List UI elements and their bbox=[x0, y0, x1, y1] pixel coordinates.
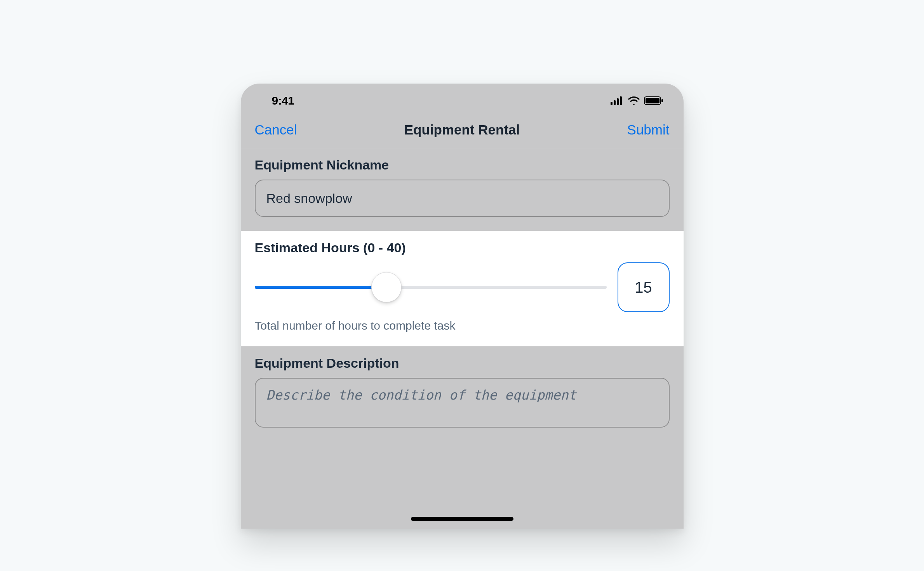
svg-rect-2 bbox=[617, 98, 619, 105]
description-label: Equipment Description bbox=[255, 356, 670, 371]
description-textarea[interactable] bbox=[255, 378, 670, 428]
svg-rect-5 bbox=[646, 98, 660, 103]
nickname-label: Equipment Nickname bbox=[255, 157, 670, 173]
device-frame: 9:41 Cancel Equipment Rental Submit bbox=[241, 84, 684, 529]
hours-slider-row: 15 bbox=[255, 262, 670, 312]
hours-slider[interactable] bbox=[255, 277, 607, 297]
page-title: Equipment Rental bbox=[404, 122, 520, 138]
hours-section: Estimated Hours (0 - 40) 15 Total number… bbox=[241, 231, 684, 346]
slider-fill bbox=[255, 286, 387, 289]
svg-rect-6 bbox=[661, 99, 663, 102]
description-section: Equipment Description bbox=[241, 346, 684, 468]
svg-rect-3 bbox=[620, 96, 622, 105]
nav-bar: Cancel Equipment Rental Submit bbox=[241, 112, 684, 148]
cancel-button[interactable]: Cancel bbox=[255, 122, 297, 138]
nickname-section: Equipment Nickname bbox=[241, 148, 684, 231]
svg-rect-0 bbox=[611, 102, 613, 105]
status-bar: 9:41 bbox=[241, 84, 684, 112]
submit-button[interactable]: Submit bbox=[627, 122, 670, 138]
hours-value-box[interactable]: 15 bbox=[618, 262, 670, 312]
slider-track bbox=[255, 286, 607, 289]
status-time: 9:41 bbox=[272, 94, 294, 107]
nickname-input[interactable] bbox=[255, 180, 670, 217]
wifi-icon bbox=[628, 96, 640, 105]
cellular-icon bbox=[611, 96, 624, 105]
home-indicator bbox=[411, 517, 513, 521]
slider-thumb[interactable] bbox=[371, 272, 402, 302]
svg-rect-1 bbox=[614, 100, 616, 105]
battery-icon bbox=[644, 96, 663, 105]
hours-label: Estimated Hours (0 - 40) bbox=[255, 240, 670, 255]
status-icons bbox=[611, 96, 663, 105]
hours-helper-text: Total number of hours to complete task bbox=[255, 319, 670, 332]
